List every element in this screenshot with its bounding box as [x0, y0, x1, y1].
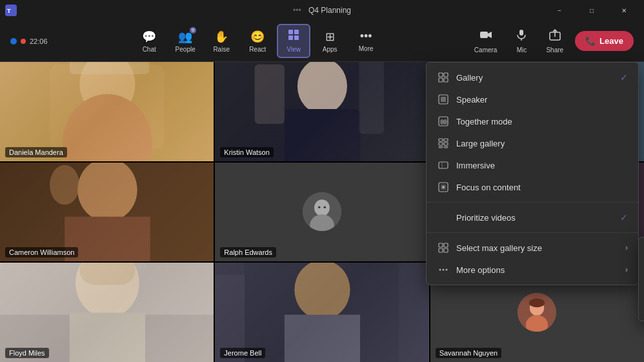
svg-rect-64 — [439, 143, 443, 145]
mic-button[interactable]: Mic — [508, 25, 534, 57]
svg-rect-56 — [444, 78, 448, 82]
more-icon: ••• — [360, 30, 372, 43]
svg-rect-8 — [519, 30, 523, 35]
share-icon — [548, 28, 561, 45]
toolbar-right: Camera Mic Share 📞 — [468, 25, 634, 57]
more-options-label: More options — [456, 265, 625, 275]
svg-rect-58 — [441, 97, 446, 102]
speaker-label: Speaker — [456, 95, 628, 105]
chat-label: Chat — [143, 46, 156, 53]
view-icon — [288, 29, 299, 44]
people-icon: 👥 9 — [178, 30, 192, 44]
gallery-size-item[interactable]: Select max gallery size › 4 people 9 peo… — [427, 237, 638, 259]
mic-icon — [515, 28, 528, 45]
security-icon — [10, 38, 17, 45]
svg-rect-62 — [439, 139, 443, 141]
immersive-menu-item[interactable]: Immersive — [427, 154, 638, 176]
camera-icon — [479, 28, 492, 45]
large-gallery-label: Large gallery — [456, 139, 628, 148]
meeting-title: Q4 Planning — [308, 6, 351, 15]
react-icon: 😊 — [250, 30, 265, 44]
gallery-size-arrow: › — [625, 243, 628, 252]
chat-icon: 💬 — [142, 30, 156, 44]
view-options-section: Gallery ✓ Speaker — [427, 63, 638, 203]
svg-point-61 — [443, 119, 447, 125]
svg-rect-2 — [288, 30, 293, 34]
immersive-icon — [437, 159, 450, 172]
people-button[interactable]: 👥 9 People — [168, 26, 202, 57]
speaker-icon — [437, 93, 450, 106]
svg-rect-63 — [444, 139, 448, 141]
more-button[interactable]: ••• More — [349, 26, 383, 56]
recording-indicator — [21, 39, 26, 44]
svg-point-78 — [443, 269, 445, 271]
svg-rect-3 — [294, 30, 299, 34]
view-button[interactable]: View — [277, 24, 310, 58]
maximize-button[interactable]: □ — [577, 0, 607, 21]
svg-rect-73 — [439, 243, 443, 247]
svg-rect-74 — [444, 243, 448, 247]
focus-menu-item[interactable]: Focus on content — [427, 176, 638, 198]
svg-rect-53 — [439, 73, 443, 77]
apps-label: Apps — [323, 46, 337, 53]
people-label: People — [176, 46, 196, 53]
react-button[interactable]: 😊 React — [241, 26, 274, 57]
camera-button[interactable]: Camera — [468, 25, 504, 57]
prioritize-check: ✓ — [620, 212, 628, 223]
svg-rect-54 — [444, 73, 448, 77]
9-people-item[interactable]: 9 people ✓ — [639, 260, 644, 279]
more-options-arrow: › — [625, 265, 628, 274]
gallery-menu-item[interactable]: Gallery ✓ — [427, 66, 638, 88]
large-gallery-icon — [437, 137, 450, 150]
more-label: More — [359, 45, 374, 52]
leave-button[interactable]: 📞 Leave — [575, 31, 634, 51]
49-people-item[interactable]: 49 people — [639, 298, 644, 317]
view-dropdown-menu: Gallery ✓ Speaker — [426, 62, 639, 285]
together-menu-item[interactable]: Together mode — [427, 110, 638, 132]
mic-label: Mic — [517, 46, 527, 54]
raise-button[interactable]: ✋ Raise — [205, 26, 238, 57]
leave-label: Leave — [599, 36, 623, 46]
gallery-size-section: Select max gallery size › 4 people 9 peo… — [427, 233, 638, 285]
dropdown-overlay: Gallery ✓ Speaker — [0, 62, 644, 362]
toolbar-left: 22:06 — [10, 37, 48, 45]
gallery-size-submenu: 4 people 9 people ✓ 16 people 49 people — [638, 237, 644, 321]
more-options-item[interactable]: More options › — [427, 259, 638, 281]
16-people-item[interactable]: 16 people — [639, 279, 644, 298]
prioritize-icon — [437, 211, 450, 224]
view-label: View — [287, 46, 301, 53]
camera-label: Camera — [474, 46, 498, 54]
speaker-menu-item[interactable]: Speaker — [427, 88, 638, 110]
close-button[interactable]: ✕ — [609, 0, 639, 21]
toolbar: 22:06 💬 Chat 👥 9 People ✋ Raise 😊 React — [0, 21, 644, 62]
together-icon — [437, 115, 450, 128]
prioritize-videos-item[interactable]: Prioritize videos ✓ — [427, 206, 638, 228]
svg-rect-55 — [439, 78, 443, 82]
svg-rect-75 — [439, 248, 443, 252]
chat-button[interactable]: 💬 Chat — [132, 26, 166, 57]
gallery-icon — [437, 71, 450, 84]
prioritize-label: Prioritize videos — [456, 213, 620, 223]
svg-point-72 — [442, 186, 445, 188]
svg-point-77 — [439, 269, 441, 271]
title-bar-right: − □ ✕ — [545, 0, 639, 21]
apps-button[interactable]: ⊞ Apps — [313, 26, 347, 57]
react-label: React — [249, 46, 266, 53]
share-button[interactable]: Share — [539, 25, 570, 57]
raise-label: Raise — [213, 46, 230, 53]
call-timer: 22:06 — [30, 37, 48, 45]
window-title: ••• Q4 Planning — [293, 6, 351, 15]
svg-text:T: T — [7, 7, 11, 14]
share-label: Share — [546, 46, 563, 54]
4-people-item[interactable]: 4 people — [639, 241, 644, 260]
minimize-button[interactable]: − — [545, 0, 574, 21]
focus-icon — [437, 181, 450, 194]
prioritize-section: Prioritize videos ✓ — [427, 203, 638, 233]
svg-rect-66 — [439, 146, 443, 148]
svg-rect-65 — [444, 143, 448, 145]
focus-label: Focus on content — [456, 183, 628, 192]
together-label: Together mode — [456, 117, 628, 126]
title-bar-left: T — [5, 5, 17, 16]
large-gallery-menu-item[interactable]: Large gallery — [427, 132, 638, 154]
svg-rect-5 — [294, 35, 299, 40]
